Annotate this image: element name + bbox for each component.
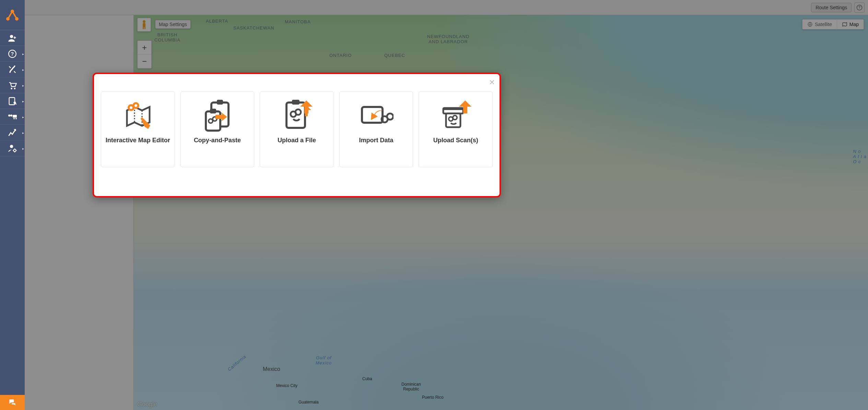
modal-overlay[interactable] bbox=[25, 0, 868, 410]
app-logo[interactable] bbox=[0, 0, 25, 30]
svg-point-3 bbox=[10, 35, 13, 38]
sidebar-item-addressbook[interactable]: ▸ bbox=[0, 93, 25, 109]
card-title: Interactive Map Editor bbox=[106, 137, 170, 144]
chat-icon bbox=[8, 398, 17, 407]
chevron-right-icon: ▸ bbox=[22, 99, 24, 103]
svg-rect-8 bbox=[9, 97, 15, 105]
card-upload-file[interactable]: Upload a File bbox=[260, 91, 334, 167]
routes-icon bbox=[8, 65, 17, 74]
svg-point-16 bbox=[14, 149, 16, 152]
chevron-right-icon: ▸ bbox=[22, 83, 24, 87]
sidebar-item-settings[interactable]: ▸ bbox=[0, 141, 25, 156]
svg-rect-43 bbox=[443, 108, 463, 110]
svg-point-41 bbox=[387, 113, 393, 120]
svg-text:?: ? bbox=[11, 51, 14, 57]
route-source-modal: × Interactive Map Editor bbox=[93, 73, 501, 197]
sidebar-item-help[interactable]: ? ▸ bbox=[0, 46, 25, 62]
sidebar-item-team[interactable]: ▸ bbox=[0, 109, 25, 125]
svg-point-14 bbox=[15, 118, 17, 119]
addressbook-icon bbox=[8, 96, 17, 106]
card-title: Import Data bbox=[359, 137, 394, 144]
main-area: Route Settings ? ALBERTA BRITISH COLUMBI… bbox=[25, 0, 868, 410]
card-title: Copy-and-Paste bbox=[194, 137, 241, 144]
team-truck-icon bbox=[7, 112, 17, 121]
question-circle-icon: ? bbox=[8, 49, 17, 58]
upload-file-icon bbox=[280, 98, 314, 133]
chart-up-icon bbox=[8, 128, 17, 137]
svg-rect-35 bbox=[292, 100, 300, 105]
svg-point-15 bbox=[10, 145, 13, 148]
sidebar-chat-button[interactable] bbox=[0, 395, 25, 410]
card-interactive-map-editor[interactable]: Interactive Map Editor bbox=[101, 91, 175, 167]
svg-point-27 bbox=[134, 104, 137, 107]
chevron-right-icon: ▸ bbox=[22, 131, 24, 134]
clipboard-copy-icon bbox=[202, 98, 233, 133]
cart-icon bbox=[8, 81, 17, 90]
sidebar: ? ▸ ▸ ▸ ▸ ▸ ▸ ▸ bbox=[0, 0, 25, 410]
sidebar-item-routes[interactable]: ▸ bbox=[0, 62, 25, 77]
user-gear-icon bbox=[8, 144, 17, 153]
card-title: Upload Scan(s) bbox=[433, 137, 478, 144]
upload-scan-icon bbox=[438, 98, 473, 133]
svg-point-13 bbox=[13, 118, 15, 119]
svg-rect-12 bbox=[13, 115, 17, 118]
svg-point-7 bbox=[14, 88, 16, 89]
chevron-right-icon: ▸ bbox=[22, 146, 24, 150]
sidebar-item-orders[interactable]: ▸ bbox=[0, 77, 25, 93]
sidebar-item-analytics[interactable]: ▸ bbox=[0, 125, 25, 141]
svg-point-6 bbox=[11, 88, 12, 89]
svg-point-10 bbox=[8, 114, 10, 117]
svg-point-11 bbox=[10, 114, 12, 117]
svg-point-37 bbox=[295, 109, 301, 115]
card-upload-scans[interactable]: Upload Scan(s) bbox=[419, 91, 493, 167]
chevron-right-icon: ▸ bbox=[22, 52, 24, 56]
modal-card-row: Interactive Map Editor Copy-and-Paste bbox=[101, 91, 493, 167]
svg-point-25 bbox=[130, 106, 132, 109]
card-import-data[interactable]: Import Data bbox=[339, 91, 413, 167]
chevron-right-icon: ▸ bbox=[22, 115, 24, 119]
modal-close-button[interactable]: × bbox=[489, 77, 495, 87]
svg-rect-31 bbox=[210, 109, 216, 113]
svg-rect-29 bbox=[217, 100, 223, 105]
card-copy-and-paste[interactable]: Copy-and-Paste bbox=[180, 91, 255, 167]
import-data-icon bbox=[359, 100, 394, 131]
sidebar-item-add-user[interactable] bbox=[0, 30, 25, 46]
card-title: Upload a File bbox=[278, 137, 316, 144]
route-logo-icon bbox=[5, 8, 20, 22]
user-plus-icon bbox=[8, 33, 17, 43]
map-editor-icon bbox=[121, 100, 155, 131]
chevron-right-icon: ▸ bbox=[22, 68, 24, 71]
